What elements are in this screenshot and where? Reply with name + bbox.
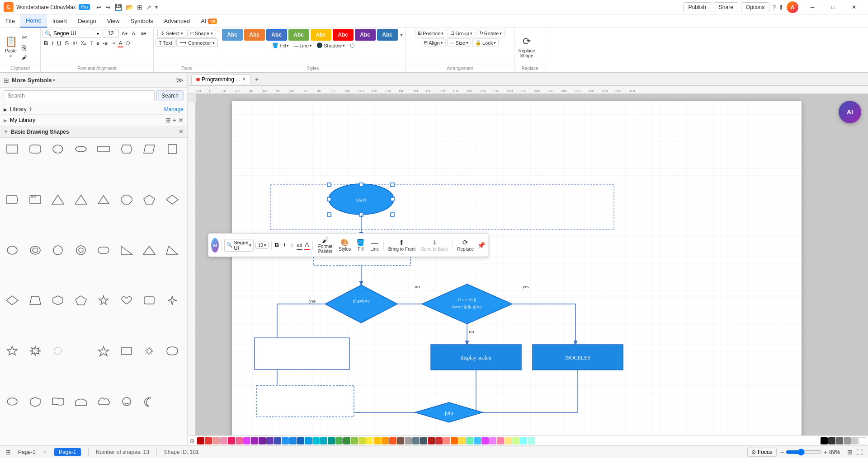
shape-tall-rect[interactable] [163,140,182,158]
shape-burst2[interactable] [71,342,90,360]
style-swatch-6[interactable]: Abc [355,29,376,41]
color-swatch[interactable] [335,437,343,444]
more-title-button[interactable]: ▾ [153,3,160,11]
color-swatch[interactable] [289,437,297,444]
ft-send-back-button[interactable]: ⬇ Send to Back [419,238,449,252]
shape-star8[interactable] [26,342,45,360]
color-lightgray[interactable] [844,437,851,444]
fit-page-button[interactable]: ⊞ [847,449,853,456]
zoom-in-button[interactable]: + [824,449,827,456]
ft-underline-text-button[interactable]: ab [297,240,302,250]
maximize-button[interactable]: □ [823,0,844,14]
color-swatch[interactable] [282,437,289,444]
color-black[interactable] [821,437,828,444]
panel-collapse-button[interactable]: ≫ [176,76,184,84]
indent-button[interactable]: ⇥ [110,39,117,47]
shape-wave-rect[interactable] [48,393,67,410]
shape-rhombus[interactable] [3,292,22,309]
copy-button[interactable]: ⎘ [20,43,29,52]
current-tab[interactable]: Programming ... ✕ [191,75,251,84]
color-swatch[interactable] [297,437,304,444]
cut-button[interactable]: ✂ [20,33,29,42]
line-button[interactable]: — Line ▾ [292,42,313,49]
text-align-button[interactable]: ≡▾ [140,30,148,37]
format-painter-button[interactable]: 🖌 [20,53,29,61]
color-swatch[interactable] [382,437,389,444]
color-swatch[interactable] [243,437,250,444]
tab-close-icon[interactable]: ✕ [242,76,246,82]
color-swatch[interactable] [405,437,412,444]
shape-curved-rect[interactable] [163,342,182,360]
new-library-button[interactable]: ⊞ [165,117,171,124]
color-swatch[interactable] [420,437,427,444]
color-swatch[interactable] [351,437,358,444]
shape-star5[interactable] [94,292,113,309]
color-swatch[interactable] [466,437,473,444]
shape-film[interactable] [26,191,45,208]
shape-acute-tri[interactable] [140,242,159,259]
zoom-slider[interactable] [786,449,822,456]
color-swatch[interactable] [228,437,235,444]
style-swatch-3[interactable]: Abc [288,29,309,41]
shadow-button[interactable]: 🌑 Shadow ▾ [315,42,346,49]
color-swatch[interactable] [328,437,335,444]
color-swatch[interactable] [474,437,481,444]
align-button[interactable]: ⊟ Align ▾ [421,38,445,47]
canvas-wrapper[interactable]: 20 30 40 50 60 70 80 90 100 110 120 130 … [188,94,868,435]
color-swatch[interactable] [451,437,458,444]
ft-fill-button[interactable]: 🪣 Fill [354,238,367,252]
size-button[interactable]: ↔ Size ▾ [447,38,471,47]
shape-blob[interactable] [3,393,22,410]
shape-circle2[interactable] [48,242,67,259]
style-swatch-1[interactable]: Abc [244,29,265,41]
color-swatch[interactable] [528,437,535,444]
menu-view[interactable]: View [102,14,125,28]
shape-rectangle[interactable] [3,140,22,158]
shape-thin-ellipse[interactable] [71,140,90,158]
expand-button[interactable]: ⬆ [778,4,784,11]
shape-moon[interactable] [140,393,159,410]
ft-line-button[interactable]: — Line [368,238,381,252]
ft-align-button[interactable]: ≡ [289,240,295,250]
tab-page[interactable]: Page-1 [54,448,81,456]
minimize-button[interactable]: ─ [802,0,823,14]
ai-floating-button[interactable]: AI [839,101,861,123]
shape-gear[interactable] [140,342,159,360]
add-tab-button[interactable]: + [253,75,260,84]
color-swatch[interactable] [343,437,350,444]
color-lighter[interactable] [851,437,859,444]
color-swatch[interactable] [266,437,274,444]
template-button[interactable]: ⊞ [135,3,144,12]
shape-pentagon[interactable] [140,191,159,208]
color-tools-icon[interactable]: ⊕ [189,437,195,444]
color-swatch[interactable] [212,437,220,444]
color-swatch[interactable] [412,437,420,444]
ft-replace-button[interactable]: ⟳ Replace [455,238,476,252]
color-swatch[interactable] [274,437,281,444]
menu-insert[interactable]: Insert [47,14,73,28]
share-button[interactable]: Share [714,2,738,12]
select-button[interactable]: ⊹ Select ▾ [157,29,187,37]
shape-rect-rounded2[interactable] [94,242,113,259]
export-button[interactable]: ↗ [144,3,153,12]
shape-button[interactable]: □ Shape ▾ [187,29,216,37]
help-button[interactable]: ? [772,4,776,11]
edraw-ai-button[interactable]: AI [211,238,219,252]
font-size-decrease[interactable]: A- [131,30,138,37]
text-button[interactable]: T Text [156,38,175,47]
style-swatch-2[interactable]: Abc [266,29,287,41]
shape-trapezoid[interactable] [26,292,45,309]
shape-rounded-sq[interactable] [140,292,159,309]
search-button[interactable]: Search [156,90,184,101]
styles-expand[interactable]: ▾ [399,31,404,39]
options-button[interactable]: Options [741,2,769,12]
close-button[interactable]: ✕ [844,0,864,14]
shape-hexagon2[interactable] [48,292,67,309]
color-swatch[interactable] [397,437,404,444]
shape-notch-rect[interactable] [3,191,22,208]
shape-wide-rect[interactable] [94,140,113,158]
ft-size-selector[interactable]: 12 ▾ [255,242,268,249]
add-library-button[interactable]: + [173,117,176,124]
shape-smiley[interactable] [117,393,136,410]
ft-font-selector[interactable]: 🔍 Segoe UI ▾ [224,239,254,252]
